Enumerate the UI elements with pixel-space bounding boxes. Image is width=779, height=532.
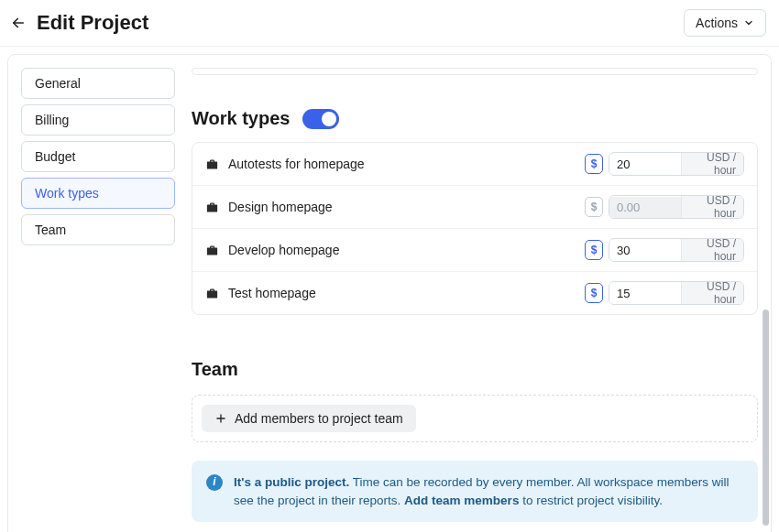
work-types-heading: Work types (192, 108, 290, 129)
actions-label: Actions (696, 16, 738, 30)
sidenav-item-work-types[interactable]: Work types (21, 178, 175, 209)
plus-icon (214, 412, 227, 425)
info-text: It's a public project. Time can be recor… (234, 473, 743, 509)
chevron-down-icon (743, 17, 754, 28)
billable-toggle[interactable]: $ (585, 154, 603, 174)
work-types-toggle[interactable] (302, 109, 339, 129)
add-members-label: Add members to project team (235, 411, 403, 426)
briefcase-icon (205, 201, 219, 214)
add-members-button[interactable]: Add members to project team (202, 405, 416, 432)
sidenav-item-budget[interactable]: Budget (21, 141, 175, 172)
public-project-banner: i It's a public project. Time can be rec… (192, 461, 758, 522)
briefcase-icon (205, 287, 219, 300)
page-title: Edit Project (37, 11, 148, 35)
billable-toggle[interactable]: $ (585, 240, 603, 260)
rate-unit: USD / hour (681, 153, 743, 175)
rate-input[interactable] (609, 283, 681, 304)
briefcase-icon (205, 244, 219, 257)
arrow-left-icon (10, 15, 27, 31)
team-heading: Team (192, 359, 758, 380)
toggle-knob (322, 112, 336, 126)
sidenav-item-team[interactable]: Team (21, 214, 175, 245)
sidenav-item-billing[interactable]: Billing (21, 104, 175, 136)
billable-toggle[interactable]: $ (585, 283, 603, 303)
work-type-row: Design homepage $ USD / hour (192, 186, 757, 229)
rate-input (609, 197, 681, 218)
billable-toggle[interactable]: $ (585, 197, 603, 217)
rate-field: USD / hour (609, 281, 744, 305)
rate-unit: USD / hour (681, 282, 743, 304)
rate-unit: USD / hour (681, 196, 743, 218)
sidenav-item-general[interactable]: General (21, 68, 175, 99)
work-types-list: Autotests for homepage $ USD / hour Desi… (192, 142, 758, 315)
rate-field: USD / hour (609, 195, 744, 219)
scrollbar-thumb[interactable] (763, 309, 769, 526)
rate-field: USD / hour (609, 238, 744, 262)
rate-unit: USD / hour (681, 239, 743, 261)
work-type-row: Test homepage $ USD / hour (192, 272, 757, 314)
side-nav: General Billing Budget Work types Team (21, 68, 175, 522)
work-type-row: Autotests for homepage $ USD / hour (192, 143, 757, 186)
rate-input[interactable] (609, 154, 681, 175)
back-button[interactable] (9, 14, 27, 32)
work-type-name: Autotests for homepage (228, 157, 576, 171)
info-icon: i (206, 474, 223, 491)
work-type-name: Test homepage (228, 286, 576, 300)
add-members-card: Add members to project team (192, 395, 758, 442)
rate-field: USD / hour (609, 152, 744, 176)
work-type-row: Develop homepage $ USD / hour (192, 229, 757, 272)
work-type-name: Design homepage (228, 200, 576, 214)
briefcase-icon (205, 157, 219, 171)
work-type-name: Develop homepage (228, 243, 576, 257)
actions-button[interactable]: Actions (684, 9, 766, 37)
rate-input[interactable] (609, 240, 681, 261)
previous-section-card (192, 68, 758, 75)
